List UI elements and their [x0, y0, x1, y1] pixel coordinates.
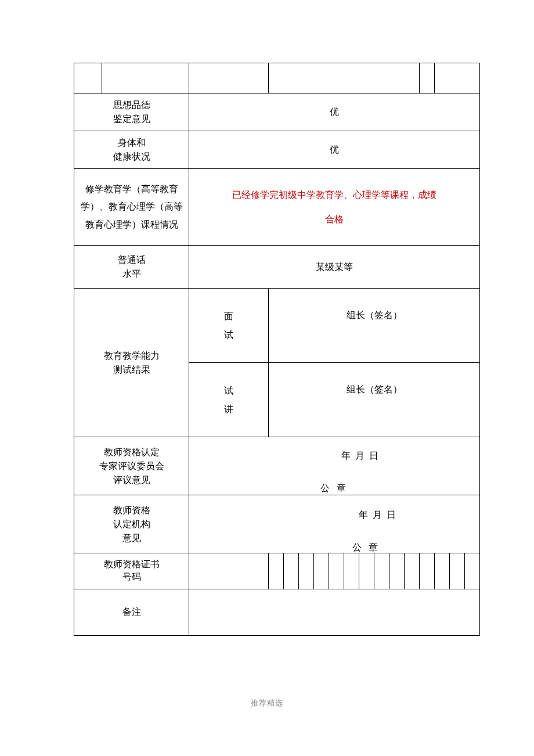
label-interview: 面 试	[189, 289, 269, 363]
certno-cell	[465, 553, 480, 589]
certno-cell	[389, 553, 405, 589]
blank-cell	[74, 63, 102, 93]
value-interview: 组长（签名）	[269, 289, 480, 363]
row-health: 身体和 健康状况 优	[74, 131, 480, 169]
label-certno: 教师资格证书 号码	[74, 553, 189, 589]
blank-cell	[102, 63, 189, 93]
certno-cell	[374, 553, 389, 589]
value-remark	[189, 589, 480, 635]
label-expert: 教师资格认定 专家评议委员会 评议意见	[74, 437, 189, 495]
org-date: 年 月 日	[189, 508, 479, 522]
expert-date: 年 月 日	[189, 449, 479, 463]
value-org: 公 章 年 月 日	[189, 495, 480, 553]
org-stamp: 公 章	[189, 541, 479, 555]
value-moral: 优	[189, 93, 480, 131]
certno-cell	[314, 553, 329, 589]
row-courses: 修学教育学（高等教育学）、教育心理学（高等教育心理学）课程情况 已经修学完初级中…	[74, 169, 480, 246]
blank-row	[74, 63, 480, 93]
page-footer: 推荐精选	[0, 698, 534, 708]
label-lecture: 试 讲	[189, 363, 269, 437]
form-table: 思想品德 鉴定意见 优 身体和 健康状况 优 修学教育学（高等教育学）、教育心理…	[74, 63, 480, 636]
value-lecture: 组长（签名）	[269, 363, 480, 437]
label-test: 教育教学能力 测试结果	[74, 289, 189, 437]
certno-cell	[269, 553, 284, 589]
row-expert: 教师资格认定 专家评议委员会 评议意见 公 章 年 月 日	[74, 437, 480, 495]
value-health: 优	[189, 131, 480, 169]
label-org: 教师资格 认定机构 意见	[74, 495, 189, 553]
certno-cell	[344, 553, 359, 589]
row-remark: 备注	[74, 589, 480, 635]
certno-cell	[329, 553, 344, 589]
label-courses: 修学教育学（高等教育学）、教育心理学（高等教育心理学）课程情况	[74, 169, 189, 246]
row-moral: 思想品德 鉴定意见 优	[74, 93, 480, 131]
value-expert: 公 章 年 月 日	[189, 437, 480, 495]
certno-cell	[420, 553, 435, 589]
row-test-interview: 教育教学能力 测试结果 面 试 组长（签名）	[74, 289, 480, 363]
row-mandarin: 普通话 水平 某级某等	[74, 246, 480, 289]
blank-cell	[269, 63, 420, 93]
certno-cell	[405, 553, 420, 589]
certno-cell	[189, 553, 269, 589]
label-mandarin: 普通话 水平	[74, 246, 189, 289]
courses-line1: 已经修学完初级中学教育学、心理学等课程，成绩	[232, 190, 436, 200]
document-page: 思想品德 鉴定意见 优 身体和 健康状况 优 修学教育学（高等教育学）、教育心理…	[0, 0, 534, 756]
interview-signature: 组长（签名）	[269, 308, 479, 322]
courses-line2: 合格	[325, 214, 344, 224]
value-mandarin: 某级某等	[189, 246, 480, 289]
row-org: 教师资格 认定机构 意见 公 章 年 月 日	[74, 495, 480, 553]
lecture-signature: 组长（签名）	[269, 383, 479, 397]
blank-cell	[420, 63, 435, 93]
label-moral: 思想品德 鉴定意见	[74, 93, 189, 131]
blank-cell	[435, 63, 480, 93]
certno-cell	[435, 553, 450, 589]
certno-cell	[450, 553, 465, 589]
row-certno: 教师资格证书 号码	[74, 553, 480, 589]
certno-cell	[299, 553, 314, 589]
certno-cell	[284, 553, 299, 589]
value-courses: 已经修学完初级中学教育学、心理学等课程，成绩 合格	[189, 169, 480, 246]
label-health: 身体和 健康状况	[74, 131, 189, 169]
expert-stamp: 公 章	[189, 481, 479, 495]
label-remark: 备注	[74, 589, 189, 635]
blank-cell	[189, 63, 269, 93]
certno-cell	[359, 553, 374, 589]
